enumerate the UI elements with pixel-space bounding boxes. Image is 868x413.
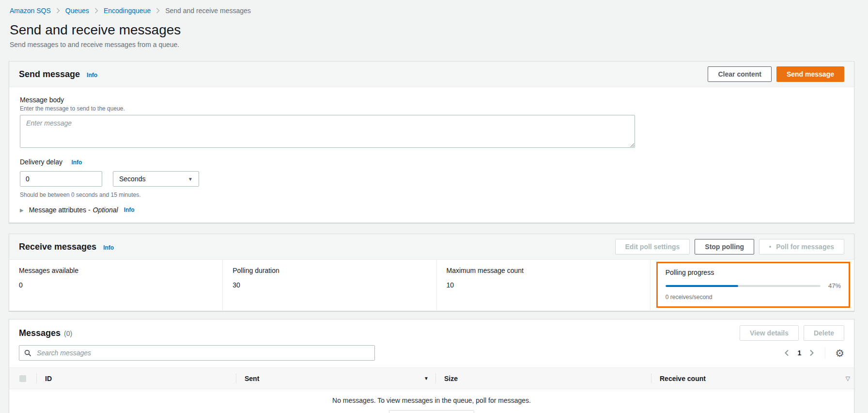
previous-page-button[interactable] bbox=[783, 349, 790, 357]
stat-value: 30 bbox=[232, 281, 426, 289]
delivery-delay-unit-select[interactable]: Seconds ▼ bbox=[113, 171, 199, 187]
expander-triangle-icon: ▶ bbox=[20, 207, 24, 213]
messages-count-badge: (0) bbox=[64, 330, 72, 337]
message-attributes-info-link[interactable]: Info bbox=[124, 206, 135, 213]
search-icon bbox=[24, 349, 31, 357]
message-attributes-label: Message attributes - bbox=[29, 206, 91, 214]
messages-title: Messages bbox=[19, 328, 61, 338]
edit-poll-settings-button[interactable]: Edit poll settings bbox=[615, 239, 690, 254]
stat-polling-progress: Polling progress 47% 0 receives/second bbox=[650, 260, 854, 311]
chevron-right-icon bbox=[809, 349, 814, 356]
polling-progress-highlight-box: Polling progress 47% 0 receives/second bbox=[656, 262, 850, 308]
chevron-right-icon bbox=[56, 8, 60, 14]
message-attributes-optional: Optional bbox=[93, 206, 118, 214]
search-input[interactable] bbox=[36, 349, 370, 357]
polling-progress-percent: 47% bbox=[828, 282, 841, 289]
column-header-sent[interactable]: Sent ▼ bbox=[236, 368, 435, 389]
message-body-textarea[interactable] bbox=[20, 115, 635, 148]
delivery-delay-constraint: Should be between 0 seconds and 15 minut… bbox=[20, 191, 843, 198]
delivery-delay-info-link[interactable]: Info bbox=[71, 159, 82, 166]
polling-progress-bar-track bbox=[666, 285, 821, 287]
stat-maximum-message-count: Maximum message count 10 bbox=[436, 260, 650, 311]
delivery-delay-input[interactable] bbox=[20, 171, 102, 187]
polling-stats-row: Messages available 0 Polling duration 30… bbox=[9, 260, 854, 311]
chevron-down-icon: ▼ bbox=[188, 176, 193, 182]
send-message-button[interactable]: Send message bbox=[776, 66, 844, 82]
chevron-right-icon bbox=[156, 8, 160, 14]
receive-messages-card-header: Receive messages Info Edit poll settings… bbox=[9, 234, 854, 260]
search-box[interactable] bbox=[19, 345, 375, 361]
column-label: Receive count bbox=[660, 375, 706, 382]
send-message-card: Send message Info Clear content Send mes… bbox=[9, 61, 854, 223]
stat-label: Maximum message count bbox=[447, 267, 640, 274]
current-page-number[interactable]: 1 bbox=[797, 349, 801, 357]
polling-progress-label: Polling progress bbox=[666, 269, 841, 276]
stat-label: Polling duration bbox=[232, 267, 426, 274]
messages-toolbar: 1 ⚙ bbox=[9, 341, 854, 361]
next-page-button[interactable] bbox=[808, 349, 815, 357]
breadcrumb-current: Send and receive messages bbox=[165, 7, 251, 15]
delivery-delay-label: Delivery delay bbox=[20, 158, 62, 166]
send-message-info-link[interactable]: Info bbox=[87, 72, 97, 79]
stop-polling-button[interactable]: Stop polling bbox=[695, 239, 754, 254]
stat-label: Messages available bbox=[19, 267, 213, 274]
send-message-card-body: Message body Enter the message to send t… bbox=[9, 87, 854, 222]
page-title: Send and receive messages bbox=[10, 22, 854, 38]
sort-descending-icon[interactable]: ▼ bbox=[424, 376, 429, 381]
breadcrumb-amazon-sqs[interactable]: Amazon SQS bbox=[10, 7, 51, 15]
column-label: Size bbox=[444, 375, 458, 382]
receive-messages-info-link[interactable]: Info bbox=[103, 244, 114, 251]
polling-progress-bar-fill bbox=[666, 285, 739, 287]
message-attributes-expander[interactable]: ▶ Message attributes - Optional Info bbox=[20, 206, 843, 214]
loading-spinner-icon bbox=[769, 246, 771, 248]
stat-polling-duration: Polling duration 30 bbox=[222, 260, 436, 311]
send-message-title: Send message bbox=[19, 69, 80, 79]
toolbar-divider bbox=[825, 347, 825, 359]
breadcrumb-queues[interactable]: Queues bbox=[65, 7, 89, 15]
column-header-receive-count[interactable]: Receive count ▽ bbox=[651, 368, 854, 389]
clear-content-button[interactable]: Clear content bbox=[708, 66, 771, 82]
select-all-checkbox-cell bbox=[9, 375, 36, 382]
stat-messages-available: Messages available 0 bbox=[9, 260, 222, 311]
receive-messages-title: Receive messages bbox=[19, 242, 96, 252]
delete-button[interactable]: Delete bbox=[804, 325, 844, 341]
send-message-card-header: Send message Info Clear content Send mes… bbox=[9, 62, 854, 87]
message-body-description: Enter the message to send to the queue. bbox=[20, 105, 843, 112]
empty-state-text: No messages. To view messages in the que… bbox=[9, 397, 854, 404]
messages-header: Messages (0) View details Delete bbox=[9, 319, 854, 341]
sqs-send-receive-page: Amazon SQS Queues Encodingqueue Send and… bbox=[0, 0, 868, 413]
breadcrumb-encodingqueue[interactable]: Encodingqueue bbox=[104, 7, 151, 15]
stat-value: 0 bbox=[19, 281, 213, 289]
chevron-left-icon bbox=[784, 349, 789, 356]
delivery-delay-unit-value: Seconds bbox=[119, 175, 145, 183]
page-subtitle: Send messages to and receive messages fr… bbox=[10, 41, 854, 48]
select-all-checkbox[interactable] bbox=[19, 375, 26, 382]
column-label: Sent bbox=[245, 375, 259, 382]
gear-icon[interactable]: ⚙ bbox=[835, 348, 844, 358]
messages-table-header: ID Sent ▼ Size Receive count ▽ bbox=[9, 367, 854, 389]
messages-table-card: Messages (0) View details Delete 1 bbox=[9, 319, 854, 413]
receive-messages-card: Receive messages Info Edit poll settings… bbox=[9, 234, 854, 311]
empty-state: No messages. To view messages in the que… bbox=[9, 389, 854, 413]
polling-progress-rate: 0 receives/second bbox=[666, 294, 841, 301]
breadcrumb: Amazon SQS Queues Encodingqueue Send and… bbox=[9, 4, 854, 15]
column-header-size[interactable]: Size bbox=[435, 368, 651, 389]
poll-for-messages-empty-button[interactable]: Poll for messages bbox=[389, 410, 474, 413]
view-details-button[interactable]: View details bbox=[740, 325, 799, 341]
poll-for-messages-label: Poll for messages bbox=[776, 242, 834, 252]
poll-for-messages-button[interactable]: Poll for messages bbox=[759, 239, 844, 254]
chevron-right-icon bbox=[94, 8, 98, 14]
message-body-label: Message body bbox=[20, 96, 843, 104]
sort-neutral-icon[interactable]: ▽ bbox=[846, 375, 850, 382]
column-label: ID bbox=[45, 375, 52, 382]
column-header-id[interactable]: ID bbox=[36, 368, 236, 389]
pagination: 1 ⚙ bbox=[783, 347, 844, 359]
stat-value: 10 bbox=[447, 281, 640, 289]
